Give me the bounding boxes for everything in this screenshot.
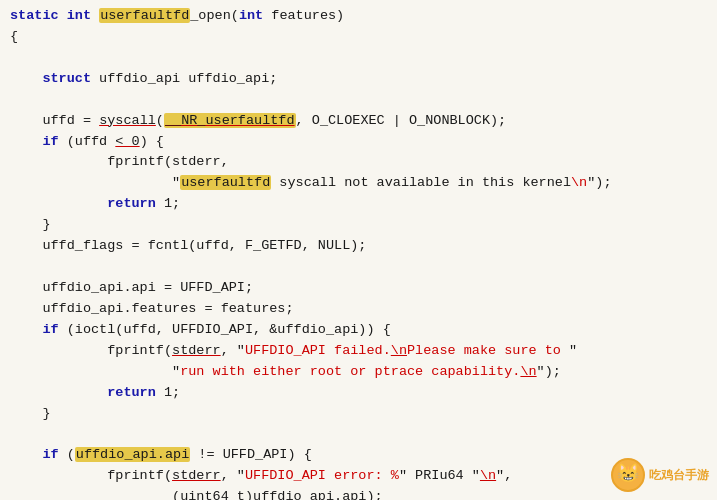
code-line-20: } [10,404,707,425]
code-line-5 [10,90,707,111]
code-container: static int userfaultfd_open(int features… [0,0,717,500]
code-line-15: uffdio_api.features = features; [10,299,707,320]
watermark-icon: 😸 [611,458,645,492]
code-line-3 [10,48,707,69]
keyword-static: static [10,8,59,23]
code-line-23: fprintf(stderr, "UFFDIO_API error: %" PR… [10,466,707,487]
highlight-userfaultfd: userfaultfd [99,8,190,23]
code-line-9: "userfaultfd syscall not available in th… [10,173,707,194]
code-line-16: if (ioctl(uffd, UFFDIO_API, &uffdio_api)… [10,320,707,341]
code-line-4: struct uffdio_api uffdio_api; [10,69,707,90]
code-line-19: return 1; [10,383,707,404]
code-line-12: uffd_flags = fcntl(uffd, F_GETFD, NULL); [10,236,707,257]
watermark: 😸 吃鸡台手游 [611,458,709,492]
code-line-8: fprintf(stderr, [10,152,707,173]
code-line-13 [10,257,707,278]
code-line-14: uffdio_api.api = UFFD_API; [10,278,707,299]
code-line-21 [10,424,707,445]
keyword-int: int [67,8,91,23]
code-line-24: (uint64_t)uffdio_api.api); [10,487,707,500]
code-line-18: "run with either root or ptrace capabili… [10,362,707,383]
code-line-22: if (uffdio_api.api != UFFD_API) { [10,445,707,466]
code-line-17: fprintf(stderr, "UFFDIO_API failed.\nPle… [10,341,707,362]
code-line-2: { [10,27,707,48]
code-line-11: } [10,215,707,236]
watermark-text: 吃鸡台手游 [649,466,709,485]
code-line-1: static int userfaultfd_open(int features… [10,6,707,27]
code-line-7: if (uffd < 0) { [10,132,707,153]
code-line-10: return 1; [10,194,707,215]
code-line-6: uffd = syscall(__NR_userfaultfd, O_CLOEX… [10,111,707,132]
